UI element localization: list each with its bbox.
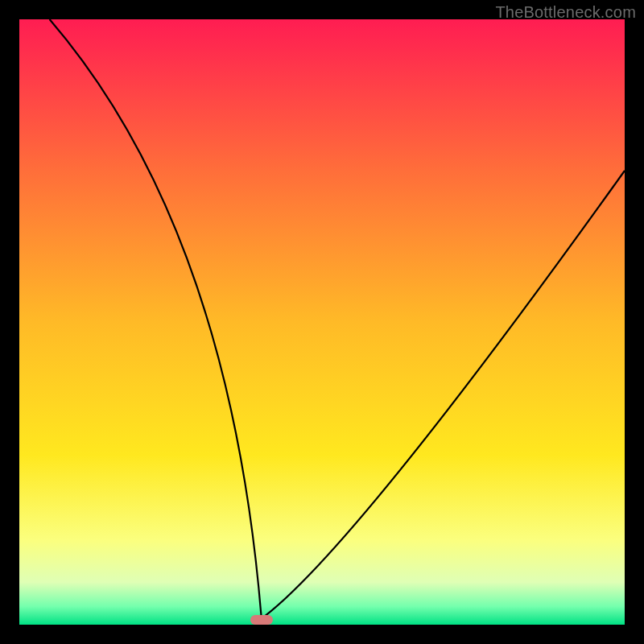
optimal-point-marker (250, 615, 273, 625)
chart-frame: TheBottleneck.com (0, 0, 644, 644)
bottleneck-curve (19, 19, 625, 625)
plot-area (19, 19, 625, 625)
watermark-text: TheBottleneck.com (495, 3, 636, 22)
